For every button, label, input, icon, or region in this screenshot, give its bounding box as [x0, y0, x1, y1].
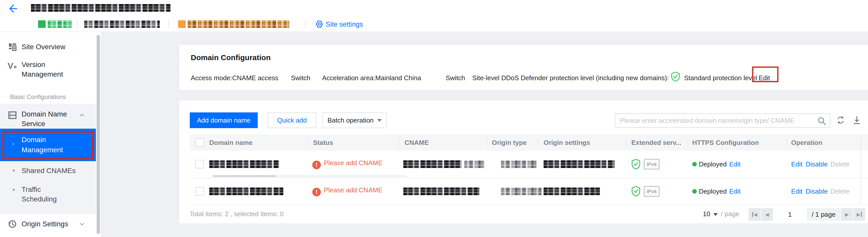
redacted-origin-type — [501, 187, 541, 195]
redacted-site-title — [31, 4, 170, 12]
bar-icon — [752, 212, 753, 217]
back-arrow-icon[interactable] — [7, 4, 17, 14]
chevron-down-icon — [377, 119, 382, 122]
quick-add-button[interactable]: Quick add — [268, 112, 316, 128]
row-delete-link-disabled: Delete — [831, 187, 849, 196]
https-edit-link[interactable]: Edit — [729, 160, 741, 168]
first-page-button[interactable]: ◀ — [748, 208, 761, 221]
ipv6-badge: IPv6 — [644, 186, 659, 197]
domain-table: Domain name Status CNAME Origin type Ori… — [190, 135, 868, 205]
row-edit-link[interactable]: Edit — [791, 187, 803, 196]
column-header: CNAME — [405, 135, 429, 151]
next-page-button[interactable]: ▶ — [841, 208, 853, 221]
column-header: Extended serv... — [631, 135, 682, 151]
ipv6-badge: IPv6 — [644, 159, 659, 170]
access-mode-label: Access mode:CNAME access — [191, 74, 278, 82]
search-input[interactable] — [620, 114, 808, 127]
annotation-red-box — [2, 131, 94, 159]
page-size-value[interactable]: 10 — [703, 210, 710, 218]
sidebar-item-label: Origin Settings — [22, 219, 68, 229]
sidebar-scrollbar-thumb[interactable] — [97, 35, 100, 234]
status-text: Please add CNAME — [324, 186, 382, 194]
site-settings-link[interactable]: Site settings — [326, 21, 363, 28]
redacted-site-status — [48, 20, 72, 28]
last-page-button[interactable]: ▶ — [853, 208, 865, 221]
download-icon[interactable] — [852, 115, 862, 125]
bar-icon — [861, 212, 862, 217]
previous-page-button[interactable]: ◀ — [761, 208, 773, 221]
domain-cell-hscrollbar — [213, 175, 407, 177]
https-edit-link[interactable]: Edit — [729, 187, 741, 196]
divider — [399, 139, 399, 147]
redacted-domain-name — [209, 187, 283, 195]
select-all-checkbox[interactable] — [195, 138, 204, 147]
sidebar-item-origin-settings[interactable]: Origin Settings — [0, 219, 96, 230]
acceleration-area-label: Acceleration area:Mainland China — [322, 74, 421, 82]
site-settings-gear-icon[interactable] — [315, 20, 323, 28]
https-status: Deployed — [699, 160, 727, 168]
domain-table-card: Add domain name Quick add Batch operatio… — [179, 100, 868, 223]
row-disable-link[interactable]: Disable — [806, 187, 828, 196]
column-header: Operation — [791, 135, 823, 151]
divider — [487, 139, 488, 147]
redacted-cname — [403, 160, 462, 168]
pagination: ◀ ◀ / 1 page ▶ ▶ — [748, 208, 865, 221]
column-header: Status — [313, 135, 333, 151]
deployed-status-dot — [692, 162, 697, 167]
plan-icon — [178, 20, 186, 28]
fixed-column-divider — [860, 135, 861, 205]
deployed-status-dot — [692, 189, 697, 194]
history-clock-icon — [8, 219, 17, 229]
annotation-red-box — [752, 66, 778, 82]
row-checkbox[interactable] — [195, 160, 204, 169]
divider — [626, 139, 626, 147]
shield-check-icon — [631, 159, 641, 170]
sidebar-item-domain-management[interactable]: Domain Management — [0, 129, 96, 161]
sidebar-item-label: Site Overview — [22, 42, 65, 52]
refresh-icon[interactable] — [836, 115, 846, 125]
table-footer: Total items: 2 , selected items: 0 10 / … — [190, 205, 868, 223]
current-page-input[interactable] — [773, 208, 806, 221]
bullet-icon — [13, 189, 15, 191]
acceleration-switch-disabled: Switch — [446, 74, 465, 82]
redacted-origin-type — [501, 160, 536, 168]
batch-operation-label: Batch operation — [328, 116, 374, 124]
redacted-plan-info — [188, 20, 289, 28]
sidebar-item-traffic-scheduling[interactable]: Traffic Scheduling — [0, 185, 96, 206]
shield-check-icon — [631, 186, 641, 197]
sidebar-section-basic-configurations: Basic Configurations — [10, 93, 66, 100]
sidebar-item-domain-name-service[interactable]: Domain Name Service — [0, 109, 96, 131]
sidebar-item-shared-cnames[interactable]: Shared CNAMEs — [0, 166, 96, 177]
column-header: Origin settings — [544, 135, 590, 151]
search-icon[interactable] — [817, 116, 827, 126]
access-mode-switch-link[interactable]: Switch — [291, 74, 310, 82]
column-header: HTTPS Configuration — [692, 135, 759, 151]
divider — [538, 139, 538, 147]
page-size-caret-icon[interactable] — [713, 213, 718, 216]
row-disable-link[interactable]: Disable — [806, 160, 828, 168]
sidebar-item-version-management[interactable]: V Version Management — [0, 59, 96, 81]
column-header: Origin type — [492, 135, 527, 151]
shield-check-icon — [671, 71, 680, 82]
row-checkbox[interactable] — [195, 187, 204, 196]
batch-operation-dropdown[interactable]: Batch operation — [322, 112, 387, 128]
search-box — [615, 113, 831, 128]
divider — [168, 20, 169, 28]
total-items-summary: Total items: 2 , selected items: 0 — [190, 210, 284, 218]
site-status-icon — [38, 20, 45, 28]
sidebar: Site Overview V Version Management Basic… — [0, 32, 101, 237]
bullet-icon — [13, 170, 15, 172]
domain-configuration-card: Domain Configuration Access mode:CNAME a… — [179, 45, 868, 90]
table-row: !Please add CNAME IPv6 Deployed Edit Edi… — [190, 151, 868, 178]
sidebar-item-site-overview[interactable]: Site Overview — [0, 41, 96, 53]
sidebar-item-label: Domain Name Service — [22, 109, 80, 129]
scrollbar-thumb[interactable] — [213, 175, 276, 177]
row-delete-link-disabled: Delete — [831, 160, 849, 168]
divider — [76, 20, 77, 28]
total-pages-label: / 1 page — [807, 208, 840, 221]
version-icon: V — [8, 61, 17, 70]
warning-icon: ! — [312, 160, 321, 169]
add-domain-name-button[interactable]: Add domain name — [190, 112, 258, 128]
row-edit-link[interactable]: Edit — [791, 160, 803, 168]
status-cell: !Please add CNAME — [312, 159, 382, 169]
